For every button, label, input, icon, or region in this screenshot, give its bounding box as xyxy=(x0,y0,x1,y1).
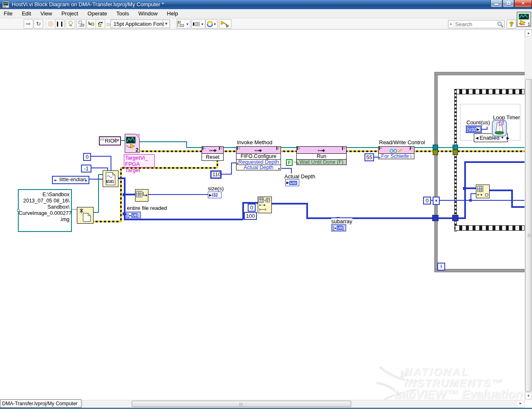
distribute-objects-button[interactable]: ▼ xyxy=(191,19,205,29)
menu-window[interactable]: Window xyxy=(135,9,161,18)
maximize-button[interactable] xyxy=(502,0,514,7)
method-row[interactable]: Run xyxy=(296,153,347,160)
disable-structure-border-left[interactable] xyxy=(454,89,457,232)
wire[interactable] xyxy=(148,194,208,195)
rio-resource-constant[interactable]: I/O RIO0 ▼ xyxy=(99,136,121,145)
while-loop-border-top[interactable] xyxy=(434,72,525,75)
invoke-method-title[interactable]: Invoke Method xyxy=(237,139,272,145)
vertical-scrollbar[interactable]: ▲ ▼ xyxy=(525,30,532,400)
actual-depth-indicator-terminal[interactable]: ▶U32 xyxy=(285,179,299,186)
horizontal-scrollbar[interactable]: ► xyxy=(82,400,525,408)
wire[interactable] xyxy=(140,141,187,142)
wire[interactable] xyxy=(231,163,236,163)
block-diagram[interactable]: NATIONAL INSTRUMENTS™ LabVIEW™ Evaluatio… xyxy=(0,30,532,400)
menu-operate[interactable]: Operate xyxy=(84,9,111,18)
wire[interactable] xyxy=(186,147,202,148)
wire[interactable] xyxy=(98,175,99,213)
tunnel[interactable] xyxy=(432,215,438,221)
loop-iteration-terminal[interactable]: i xyxy=(437,263,445,271)
wire[interactable] xyxy=(374,157,378,158)
disable-structure-border-bottom[interactable] xyxy=(455,225,525,231)
search-input[interactable] xyxy=(455,21,495,27)
method-row[interactable]: FIFO.Configure xyxy=(236,153,281,160)
minimize-button[interactable] xyxy=(490,0,502,7)
numeric-constant-55[interactable]: 55 xyxy=(365,153,374,161)
array-wire[interactable] xyxy=(464,161,466,219)
numeric-constant-loop-init[interactable]: 0 xyxy=(423,197,431,204)
tunnel[interactable] xyxy=(453,150,458,155)
actual-depth-indicator-label[interactable]: Actual Depth xyxy=(284,173,315,180)
loop-timer-node[interactable] xyxy=(492,120,507,138)
param-row-requested-depth[interactable]: ▸ Requested Depth xyxy=(236,159,281,165)
target-vi-node[interactable]: 2 xyxy=(125,134,140,153)
disable-structure-border-top[interactable] xyxy=(455,89,525,94)
menu-file[interactable]: File xyxy=(0,9,16,18)
wire[interactable] xyxy=(71,209,77,209)
wire[interactable] xyxy=(487,127,488,130)
menu-project[interactable]: Project xyxy=(58,9,82,18)
param-row-wait-until-done[interactable]: ▸ Wait Until Done (F) xyxy=(296,159,347,165)
array-wire[interactable] xyxy=(464,161,525,163)
file-path-constant[interactable]: E:\Sandbox 2013_07_05 08_16\ Sandbox\ Cu… xyxy=(18,189,72,232)
count-us-label[interactable]: Count(us) xyxy=(466,119,490,126)
run-invoke-node[interactable]: !? !? Run ▸ Wait Until Done (F) xyxy=(296,146,347,165)
numeric-constant-0[interactable]: 0 xyxy=(83,153,91,161)
wire[interactable] xyxy=(414,147,525,148)
wire[interactable] xyxy=(281,168,292,169)
wire[interactable] xyxy=(223,147,236,148)
help-button[interactable]: ? xyxy=(507,20,516,29)
retain-wire-values-button[interactable] xyxy=(76,19,86,29)
shift-register[interactable]: ▼ xyxy=(433,197,440,205)
menu-tools[interactable]: Tools xyxy=(113,9,133,18)
method-row[interactable]: Reset xyxy=(202,153,224,161)
subarray-indicator-label[interactable]: subarray xyxy=(331,218,352,224)
highlight-execution-button[interactable] xyxy=(66,19,75,29)
scroll-right-button[interactable]: ► xyxy=(517,401,524,407)
horizontal-scroll-thumb[interactable] xyxy=(132,401,351,407)
numeric-constant-110[interactable]: 110 xyxy=(210,170,222,179)
array-wire[interactable] xyxy=(271,203,307,204)
open-file-node[interactable] xyxy=(77,207,94,224)
wire[interactable] xyxy=(281,147,297,148)
array-wire[interactable] xyxy=(511,206,525,208)
error-wire[interactable] xyxy=(120,167,122,222)
size-indicator-terminal[interactable]: ▶I32 xyxy=(208,192,222,198)
array-wire[interactable] xyxy=(306,217,465,219)
wire[interactable] xyxy=(89,179,103,180)
scroll-down-button[interactable]: ▼ xyxy=(525,392,532,399)
tunnel[interactable] xyxy=(452,215,458,221)
font-selector[interactable]: 15pt Application Font ▼ xyxy=(111,20,170,28)
pause-button[interactable] xyxy=(55,19,64,29)
run-button[interactable]: ⇨ xyxy=(24,19,33,29)
close-button[interactable]: × xyxy=(514,0,532,7)
subarray-indicator-terminal[interactable]: [▸ U8 ] xyxy=(331,224,346,232)
wire[interactable] xyxy=(91,168,108,168)
search-expand-button[interactable]: ▸ xyxy=(448,20,454,28)
search-icon[interactable] xyxy=(497,21,503,27)
menu-view[interactable]: View xyxy=(37,9,56,18)
abort-button[interactable] xyxy=(46,19,55,29)
endian-ring-constant[interactable]: ◂▸ little-endian ▼ xyxy=(52,176,89,184)
count-us-control-terminal[interactable]: U32 ▶ xyxy=(466,126,482,133)
wire[interactable] xyxy=(111,156,111,170)
wire[interactable] xyxy=(94,212,99,213)
wire[interactable] xyxy=(471,200,525,201)
wire[interactable] xyxy=(440,200,471,201)
resize-objects-button[interactable]: ▼ xyxy=(205,19,218,29)
entire-file-indicator-label[interactable]: entire file readed xyxy=(127,205,167,211)
align-objects-button[interactable]: ▼ xyxy=(176,19,190,29)
array-size-node[interactable] xyxy=(135,189,148,202)
array-wire[interactable] xyxy=(306,203,308,219)
step-over-button[interactable] xyxy=(96,19,105,29)
context-selector[interactable]: DMA-Transfer.lvproj/My Computer xyxy=(0,399,81,408)
read-binary-file-node[interactable]: 0101 xyxy=(103,170,118,187)
vi-icon-panel[interactable]: 1 xyxy=(517,12,531,27)
rw-control-node[interactable]: !? !? ▸ For Schleife i xyxy=(378,146,414,159)
wire[interactable] xyxy=(107,168,108,170)
array-wire[interactable] xyxy=(511,190,513,207)
wire[interactable] xyxy=(91,156,111,157)
step-into-button[interactable] xyxy=(86,19,96,29)
clean-up-diagram-button[interactable] xyxy=(219,19,232,29)
vertical-scroll-thumb[interactable] xyxy=(525,79,532,392)
array-wire[interactable] xyxy=(124,219,243,220)
